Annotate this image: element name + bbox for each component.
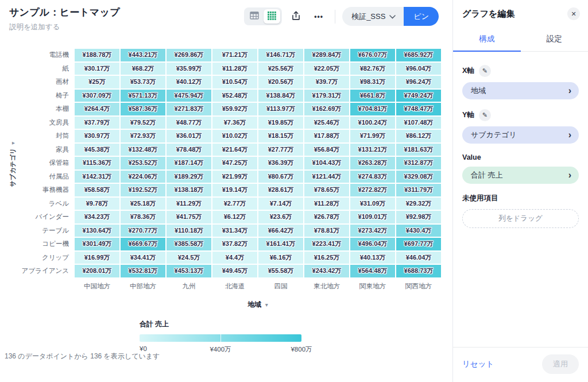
heatmap-cell[interactable]: ¥110.18万 [167,225,211,237]
heatmap-cell[interactable]: ¥25万 [75,76,119,88]
heatmap-cell[interactable]: ¥53.73万 [121,76,165,88]
heatmap-cell[interactable]: ¥24.5万 [167,252,211,264]
heatmap-cell[interactable]: ¥2.77万 [212,198,257,210]
heatmap-cell[interactable]: ¥100.24万 [350,117,395,129]
heatmap-cell[interactable]: ¥78.48万 [167,144,211,156]
heatmap-cell[interactable]: ¥59.92万 [212,103,257,115]
heatmap-cell[interactable]: ¥749.24万 [396,90,441,102]
heatmap-cell[interactable]: ¥311.79万 [396,184,441,196]
heatmap-cell[interactable]: ¥676.07万 [350,49,395,61]
heatmap-cell[interactable]: ¥17.88万 [304,130,349,142]
heatmap-cell[interactable]: ¥71.99万 [350,130,395,142]
column-drop-zone[interactable]: 列をドラッグ [462,209,579,228]
heatmap-cell[interactable]: ¥28.61万 [258,184,303,196]
heatmap-cell[interactable]: ¥104.43万 [304,157,349,169]
heatmap-cell[interactable]: ¥312.87万 [396,157,441,169]
heatmap-cell[interactable]: ¥11.29万 [167,198,211,210]
heatmap-cell[interactable]: ¥264.4万 [75,103,119,115]
heatmap-cell[interactable]: ¥25.56万 [258,63,303,75]
apply-button[interactable]: 適用 [542,354,579,374]
heatmap-cell[interactable]: ¥223.41万 [304,238,349,250]
heatmap-cell[interactable]: ¥704.81万 [350,103,395,115]
heatmap-cell[interactable]: ¥48.77万 [167,117,211,129]
heatmap-cell[interactable]: ¥430.4万 [396,225,441,237]
heatmap-cell[interactable]: ¥19.85万 [258,117,303,129]
x-axis-field-pill[interactable]: 地域 › [462,82,579,99]
heatmap-cell[interactable]: ¥39.7万 [304,76,349,88]
heatmap-cell[interactable]: ¥11.28万 [212,63,257,75]
edit-pencil-icon[interactable]: ✎ [479,109,491,121]
heatmap-cell[interactable]: ¥115.36万 [75,157,119,169]
heatmap-cell[interactable]: ¥263.28万 [350,157,395,169]
heatmap-cell[interactable]: ¥78.81万 [304,225,349,237]
heatmap-cell[interactable]: ¥40.12万 [167,76,211,88]
heatmap-cell[interactable]: ¥80.67万 [258,171,303,183]
heatmap-cell[interactable]: ¥31.09万 [350,198,395,210]
heatmap-cell[interactable]: ¥46.04万 [396,252,441,264]
heatmap-cell[interactable]: ¥49.45万 [212,265,257,277]
heatmap-cell[interactable]: ¥26.78万 [304,211,349,223]
pin-button[interactable]: ピン [404,7,439,26]
heatmap-cell[interactable]: ¥72.93万 [121,130,165,142]
heatmap-cell[interactable]: ¥21.64万 [212,144,257,156]
heatmap-cell[interactable]: ¥7.36万 [212,117,257,129]
heatmap-cell[interactable]: ¥47.25万 [212,157,257,169]
x-axis-label[interactable]: 地域 ▾ [75,300,441,310]
heatmap-cell[interactable]: ¥271.83万 [167,103,211,115]
heatmap-cell[interactable]: ¥274.83万 [350,171,395,183]
heatmap-cell[interactable]: ¥187.14万 [167,157,211,169]
heatmap-cell[interactable]: ¥27.77万 [258,144,303,156]
heatmap-cell[interactable]: ¥92.98万 [396,211,441,223]
more-options-button[interactable]: ••• [310,7,328,26]
heatmap-cell[interactable]: ¥36.39万 [258,157,303,169]
heatmap-cell[interactable]: ¥532.81万 [121,265,165,277]
heatmap-cell[interactable]: ¥179.31万 [304,90,349,102]
heatmap-cell[interactable]: ¥571.13万 [121,90,165,102]
heatmap-cell[interactable]: ¥55.58万 [258,265,303,277]
heatmap-cell[interactable]: ¥98.31万 [350,76,395,88]
heatmap-cell[interactable]: ¥37.82万 [212,238,257,250]
heatmap-cell[interactable]: ¥697.77万 [396,238,441,250]
heatmap-cell[interactable]: ¥68.2万 [121,63,165,75]
heatmap-cell[interactable]: ¥78.36万 [121,211,165,223]
table-view-button[interactable] [246,9,262,24]
heatmap-cell[interactable]: ¥6.12万 [212,211,257,223]
heatmap-cell[interactable]: ¥208.01万 [75,265,119,277]
heatmap-cell[interactable]: ¥10.02万 [212,130,257,142]
heatmap-cell[interactable]: ¥16.99万 [75,252,119,264]
heatmap-cell[interactable]: ¥301.49万 [75,238,119,250]
heatmap-cell[interactable]: ¥121.44万 [304,171,349,183]
heatmap-cell[interactable]: ¥58.58万 [75,184,119,196]
heatmap-cell[interactable]: ¥96.04万 [396,63,441,75]
heatmap-cell[interactable]: ¥4.4万 [212,252,257,264]
heatmap-cell[interactable]: ¥10.54万 [212,76,257,88]
heatmap-cell[interactable]: ¥162.69万 [304,103,349,115]
heatmap-cell[interactable]: ¥113.97万 [258,103,303,115]
tab-composition[interactable]: 構成 [453,28,521,51]
heatmap-cell[interactable]: ¥35.99万 [167,63,211,75]
heatmap-cell[interactable]: ¥96.24万 [396,76,441,88]
heatmap-cell[interactable]: ¥161.41万 [258,238,303,250]
heatmap-cell[interactable]: ¥269.86万 [167,49,211,61]
heatmap-cell[interactable]: ¥19.14万 [212,184,257,196]
heatmap-cell[interactable]: ¥453.13万 [167,265,211,277]
description-placeholder[interactable]: 説明を追加する [9,22,120,32]
heatmap-cell[interactable]: ¥52.48万 [212,90,257,102]
heatmap-cell[interactable]: ¥329.08万 [396,171,441,183]
heatmap-cell[interactable]: ¥30.97万 [75,130,119,142]
heatmap-cell[interactable]: ¥189.29万 [167,171,211,183]
heatmap-cell[interactable]: ¥25.46万 [304,117,349,129]
heatmap-cell[interactable]: ¥289.84万 [304,49,349,61]
heatmap-cell[interactable]: ¥138.84万 [258,90,303,102]
edit-pencil-icon[interactable]: ✎ [479,65,491,77]
heatmap-cell[interactable]: ¥25.18万 [121,198,165,210]
heatmap-cell[interactable]: ¥188.78万 [75,49,119,61]
heatmap-cell[interactable]: ¥307.09万 [75,90,119,102]
heatmap-cell[interactable]: ¥109.01万 [350,211,395,223]
heatmap-cell[interactable]: ¥45.38万 [75,144,119,156]
heatmap-cell[interactable]: ¥688.73万 [396,265,441,277]
heatmap-cell[interactable]: ¥21.99万 [212,171,257,183]
heatmap-cell[interactable]: ¥86.12万 [396,130,441,142]
heatmap-cell[interactable]: ¥37.79万 [75,117,119,129]
reset-button[interactable]: リセット [462,357,494,372]
